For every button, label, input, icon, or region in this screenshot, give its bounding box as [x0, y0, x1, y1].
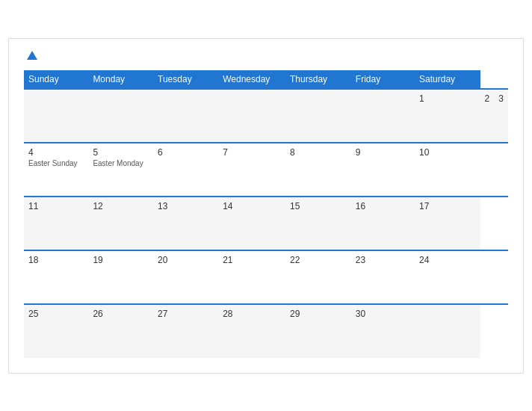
day-number: 27	[158, 309, 214, 319]
calendar-header	[24, 51, 508, 60]
calendar-table: SundayMondayTuesdayWednesdayThursdayFrid…	[24, 70, 508, 358]
logo	[24, 51, 37, 60]
day-number: 28	[223, 309, 281, 319]
day-number: 9	[356, 147, 410, 158]
day-number: 12	[93, 201, 149, 211]
day-cell	[218, 89, 285, 143]
week-row-2: 11121314151617	[24, 197, 508, 250]
day-cell	[285, 89, 351, 143]
calendar-body: 1234Easter Sunday5Easter Monday678910111…	[24, 89, 508, 358]
day-number: 17	[419, 201, 476, 211]
day-cell	[415, 304, 480, 358]
day-cell: 25	[24, 304, 88, 358]
day-cell: 13	[153, 197, 218, 250]
day-cell: 5Easter Monday	[88, 143, 153, 197]
day-number: 15	[290, 201, 347, 211]
day-cell: 7	[218, 143, 285, 197]
day-cell: 23	[351, 250, 415, 304]
day-number: 30	[356, 309, 410, 319]
day-cell: 8	[285, 143, 351, 197]
day-number: 1	[419, 93, 476, 104]
day-cell: 30	[351, 304, 415, 358]
day-number: 24	[419, 255, 476, 265]
calendar-container: SundayMondayTuesdayWednesdayThursdayFrid…	[8, 38, 524, 374]
logo-triangle-icon	[27, 51, 37, 60]
day-number: 23	[356, 255, 410, 265]
day-number: 22	[290, 255, 347, 265]
day-cell: 18	[24, 250, 88, 304]
day-cell: 12	[88, 197, 153, 250]
day-cell: 29	[285, 304, 351, 358]
weekday-header-tuesday: Tuesday	[153, 70, 218, 89]
day-number: 7	[223, 147, 281, 158]
day-number: 16	[356, 201, 410, 211]
day-number: 6	[158, 147, 214, 158]
day-cell: 16	[351, 197, 415, 250]
day-number: 3	[498, 93, 504, 104]
week-row-0: 123	[24, 89, 508, 143]
day-cell: 11	[24, 197, 88, 250]
day-cell: 14	[218, 197, 285, 250]
day-cell: 26	[88, 304, 153, 358]
week-row-4: 252627282930	[24, 304, 508, 358]
weekday-header-monday: Monday	[88, 70, 153, 89]
day-cell: 19	[88, 250, 153, 304]
day-number: 18	[28, 255, 84, 265]
day-cell: 10	[415, 143, 480, 197]
empty-day-cell	[24, 89, 88, 143]
empty-day-cell	[88, 89, 153, 143]
day-number: 20	[158, 255, 214, 265]
day-number: 8	[290, 147, 347, 158]
week-row-1: 4Easter Sunday5Easter Monday678910	[24, 143, 508, 197]
day-cell: 17	[415, 197, 480, 250]
weekday-header-friday: Friday	[351, 70, 415, 89]
day-cell: 4Easter Sunday	[24, 143, 88, 197]
day-cell: 27	[153, 304, 218, 358]
weekday-header-row: SundayMondayTuesdayWednesdayThursdayFrid…	[24, 70, 508, 89]
weekday-header-thursday: Thursday	[285, 70, 351, 89]
day-number: 21	[223, 255, 281, 265]
day-cell: 21	[218, 250, 285, 304]
calendar-header-row: SundayMondayTuesdayWednesdayThursdayFrid…	[24, 70, 508, 89]
day-cell: 3	[494, 89, 508, 143]
weekday-header-wednesday: Wednesday	[218, 70, 285, 89]
day-cell: 22	[285, 250, 351, 304]
day-cell: 6	[153, 143, 218, 197]
day-cell: 24	[415, 250, 480, 304]
logo-blue-text	[24, 51, 37, 60]
day-number: 5	[93, 147, 149, 158]
day-cell: 20	[153, 250, 218, 304]
day-event: Easter Sunday	[28, 159, 84, 167]
day-cell	[351, 89, 415, 143]
day-number: 10	[419, 147, 476, 158]
day-cell: 2	[480, 89, 495, 143]
day-cell: 15	[285, 197, 351, 250]
day-cell: 1	[415, 89, 480, 143]
day-number: 26	[93, 309, 149, 319]
empty-day-cell	[153, 89, 218, 143]
day-number: 2	[485, 93, 490, 104]
week-row-3: 18192021222324	[24, 250, 508, 304]
weekday-header-sunday: Sunday	[24, 70, 88, 89]
day-number: 11	[28, 201, 84, 211]
day-number: 4	[28, 147, 84, 158]
day-number: 19	[93, 255, 149, 265]
day-cell: 9	[351, 143, 415, 197]
day-event: Easter Monday	[93, 159, 149, 167]
day-number: 14	[223, 201, 281, 211]
day-number: 29	[290, 309, 347, 319]
day-number: 13	[158, 201, 214, 211]
day-cell: 28	[218, 304, 285, 358]
weekday-header-saturday: Saturday	[415, 70, 480, 89]
day-number: 25	[28, 309, 84, 319]
